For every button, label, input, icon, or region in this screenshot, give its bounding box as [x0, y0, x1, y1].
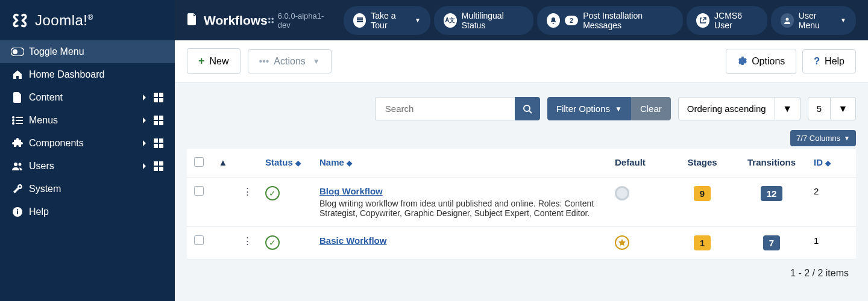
- transitions-badge[interactable]: 7: [763, 235, 780, 250]
- new-button[interactable]: + New: [187, 48, 241, 74]
- brand-logo[interactable]: Joomla!®: [0, 0, 175, 40]
- chevron-down-icon: ▼: [313, 57, 320, 66]
- id-cell: 2: [808, 178, 856, 227]
- filter-bar: Filter Options ▼ Clear Ordering ascendin…: [175, 82, 868, 125]
- name-header[interactable]: Name◆: [313, 149, 609, 178]
- dashboard-icon[interactable]: [152, 138, 165, 148]
- ordering-header[interactable]: ▲: [211, 149, 235, 178]
- workflow-description: Blog writing workflow from idea until pu…: [319, 199, 603, 218]
- dashboard-icon[interactable]: [152, 93, 165, 102]
- sidebar-item-label: Help: [29, 206, 165, 217]
- clear-button[interactable]: Clear: [631, 97, 671, 120]
- transitions-badge[interactable]: 12: [761, 186, 783, 201]
- joomla-icon: [11, 11, 29, 29]
- columns-button[interactable]: 7/7 Columns ▼: [790, 130, 856, 146]
- users-icon: [10, 162, 25, 170]
- map-icon: [353, 13, 366, 28]
- sidebar-item-content[interactable]: Content: [0, 86, 175, 109]
- svg-rect-18: [154, 144, 158, 148]
- sort-chevron[interactable]: ▼: [775, 97, 800, 120]
- svg-rect-9: [16, 120, 23, 121]
- post-messages-pill[interactable]: 2 Post Installation Messages: [537, 6, 683, 35]
- pagesize-chevron[interactable]: ▼: [831, 97, 856, 120]
- chevron-down-icon: ▼: [615, 105, 622, 113]
- stages-badge[interactable]: 1: [694, 235, 711, 250]
- sort-select[interactable]: Ordering ascending: [678, 97, 775, 120]
- status-published-icon[interactable]: ✓: [265, 235, 280, 250]
- workflow-link[interactable]: Blog Workflow: [319, 186, 383, 196]
- filter-options-button[interactable]: Filter Options ▼: [547, 97, 631, 120]
- toolbar: + New ••• Actions ▼ Options ? Help: [175, 40, 868, 82]
- topbar: Workflows 6.0.0-alpha1-dev Take a Tour ▼…: [175, 0, 868, 40]
- svg-rect-3: [159, 93, 163, 97]
- file-icon: [10, 92, 25, 103]
- row-menu-icon[interactable]: ⋮: [242, 235, 252, 246]
- question-icon: ?: [814, 56, 820, 67]
- workflow-link[interactable]: Basic Workflow: [319, 235, 386, 246]
- svg-rect-2: [154, 93, 158, 97]
- chevron-down-icon: ▼: [838, 104, 848, 114]
- default-star-icon[interactable]: [615, 235, 629, 250]
- workflows-icon: [187, 13, 198, 28]
- status-published-icon[interactable]: ✓: [265, 186, 280, 200]
- svg-point-31: [268, 20, 271, 23]
- options-button[interactable]: Options: [726, 49, 796, 74]
- chevron-down-icon: ▼: [415, 17, 421, 23]
- chevron-right-icon: [137, 117, 152, 124]
- sidebar-item-label: System: [29, 184, 165, 194]
- table-row: ⋮✓Basic Workflow171: [187, 227, 856, 259]
- chevron-down-icon: ▼: [782, 104, 792, 114]
- chevron-down-icon: ▼: [844, 135, 850, 141]
- info-icon: [10, 206, 25, 217]
- search-input[interactable]: [375, 97, 515, 120]
- pagesize-select[interactable]: 5: [808, 97, 831, 120]
- svg-rect-5: [159, 98, 163, 102]
- svg-rect-15: [159, 121, 163, 125]
- chevron-right-icon: [137, 163, 152, 170]
- svg-point-28: [17, 209, 18, 210]
- status-header[interactable]: Status◆: [259, 149, 313, 178]
- id-cell: 1: [808, 227, 856, 259]
- row-checkbox[interactable]: [194, 235, 204, 245]
- version-chip[interactable]: 6.0.0-alpha1-dev: [268, 11, 332, 29]
- default-off-icon[interactable]: [615, 186, 629, 200]
- svg-rect-25: [159, 167, 163, 171]
- page-title: Workflows: [204, 13, 268, 28]
- sidebar-item-label: Menus: [29, 115, 137, 126]
- sidebar-item-components[interactable]: Components: [0, 132, 175, 155]
- svg-point-29: [268, 17, 271, 20]
- chevron-down-icon: ▼: [840, 17, 846, 23]
- svg-point-8: [12, 119, 14, 122]
- row-menu-icon[interactable]: ⋮: [242, 186, 252, 197]
- actions-button[interactable]: ••• Actions ▼: [248, 49, 332, 73]
- svg-point-37: [524, 105, 530, 111]
- sidebar-item-label: Home Dashboard: [29, 69, 165, 80]
- svg-point-1: [13, 49, 17, 54]
- bell-icon: [547, 13, 560, 28]
- dashboard-icon[interactable]: [152, 116, 165, 125]
- toggle-menu[interactable]: Toggle Menu: [0, 40, 175, 63]
- sidebar-item-users[interactable]: Users: [0, 155, 175, 178]
- sidebar-item-home-dashboard[interactable]: Home Dashboard: [0, 63, 175, 86]
- svg-rect-33: [357, 19, 363, 20]
- sort-icon: ◆: [295, 159, 301, 167]
- search-button[interactable]: [515, 97, 540, 120]
- help-button[interactable]: ? Help: [802, 49, 856, 73]
- sidebar-item-system[interactable]: System: [0, 178, 175, 200]
- sidebar-item-menus[interactable]: Menus: [0, 109, 175, 132]
- select-all-checkbox[interactable]: [194, 157, 204, 167]
- user-menu-pill[interactable]: User Menu ▼: [771, 6, 856, 35]
- svg-rect-24: [154, 167, 158, 171]
- sidebar-item-label: Components: [29, 138, 137, 149]
- id-header[interactable]: ID◆: [808, 149, 856, 178]
- sidebar-item-help[interactable]: Help: [0, 200, 175, 223]
- multilingual-pill[interactable]: A文 Multilingual Status: [434, 6, 534, 35]
- wrench-icon: [10, 184, 25, 194]
- stages-badge[interactable]: 9: [694, 186, 711, 201]
- take-tour-pill[interactable]: Take a Tour ▼: [344, 6, 430, 35]
- external-link-icon: [696, 13, 709, 28]
- dots-icon: •••: [259, 56, 269, 67]
- user-link-pill[interactable]: JCMS6 User: [687, 6, 767, 35]
- row-checkbox[interactable]: [194, 186, 204, 196]
- dashboard-icon[interactable]: [152, 161, 165, 171]
